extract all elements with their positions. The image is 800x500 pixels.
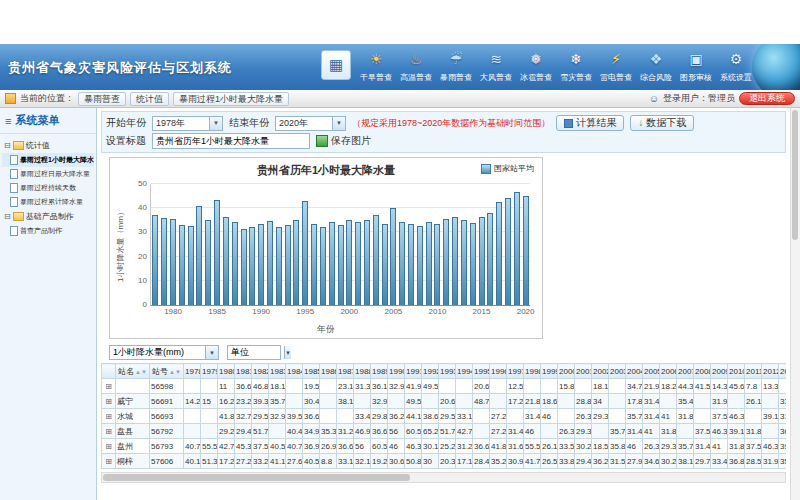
bar-2002[interactable]: [364, 220, 370, 305]
col-year-1996[interactable]: 1996: [490, 364, 507, 379]
col-year-1978[interactable]: 1978: [184, 364, 201, 379]
breadcrumb-item[interactable]: 暴雨普查: [78, 92, 126, 106]
nav-item-drought[interactable]: ☀干旱普查: [358, 47, 394, 83]
col-year-2000[interactable]: 2000: [558, 364, 575, 379]
nav-item-composite-risk[interactable]: ❖综合风险: [638, 47, 674, 83]
bar-2010[interactable]: [434, 224, 440, 305]
measure-select[interactable]: 1小时降水量(mm) ▼: [109, 345, 219, 360]
bar-2008[interactable]: [417, 226, 423, 305]
bar-1992[interactable]: [276, 227, 282, 305]
col-year-2008[interactable]: 2008: [694, 364, 711, 379]
vertical-scrollbar-thumb[interactable]: [792, 110, 798, 240]
col-year-2005[interactable]: 2005: [643, 364, 660, 379]
col-year-1988[interactable]: 1988: [354, 364, 371, 379]
col-year-2004[interactable]: 2004: [626, 364, 643, 379]
bar-1987[interactable]: [232, 222, 238, 305]
row-expander-icon[interactable]: ⊞: [102, 454, 116, 469]
chart-legend[interactable]: 国家站平均: [481, 163, 534, 174]
tree-group[interactable]: ⊟统计值: [2, 138, 94, 153]
col-year-1983[interactable]: 1983: [269, 364, 286, 379]
bar-2013[interactable]: [461, 220, 467, 305]
combo-arrow-icon[interactable]: ▼: [284, 346, 291, 359]
row-expander-icon[interactable]: ⊞: [102, 379, 116, 394]
bar-1978[interactable]: [152, 215, 158, 305]
bar-2009[interactable]: [426, 222, 432, 305]
col-year-1995[interactable]: 1995: [473, 364, 490, 379]
col-year-1982[interactable]: 1982: [252, 364, 269, 379]
bar-1988[interactable]: [241, 229, 247, 305]
bar-1990[interactable]: [258, 224, 264, 305]
combo-arrow-icon[interactable]: ▼: [209, 117, 222, 130]
col-station-name[interactable]: 站名▲▼: [116, 364, 150, 379]
horizontal-scrollbar[interactable]: [101, 472, 786, 483]
col-year-1986[interactable]: 1986: [320, 364, 337, 379]
nav-item-snow[interactable]: ❄雪灾普查: [558, 47, 594, 83]
row-expander-icon[interactable]: ⊞: [102, 439, 116, 454]
bar-1998[interactable]: [329, 222, 335, 305]
bar-1991[interactable]: [267, 221, 273, 305]
tree-item[interactable]: 暴雨过程累计降水量: [2, 195, 94, 209]
col-station-id[interactable]: 站号▲▼: [150, 364, 184, 379]
col-year-2011[interactable]: 2011: [745, 364, 762, 379]
tree-group[interactable]: ⊟基础产品制作: [2, 209, 94, 224]
bar-2014[interactable]: [470, 223, 476, 305]
logout-button[interactable]: 退出系统: [739, 92, 795, 105]
combo-arrow-icon[interactable]: ▼: [205, 346, 218, 359]
col-year-1994[interactable]: 1994: [456, 364, 473, 379]
save-image-button[interactable]: 保存图片: [316, 134, 371, 148]
col-year-1992[interactable]: 1992: [422, 364, 439, 379]
col-year-1985[interactable]: 1985: [303, 364, 320, 379]
nav-item-gale[interactable]: ≋大风普查: [478, 47, 514, 83]
bar-2015[interactable]: [479, 217, 485, 305]
bar-1984[interactable]: [205, 220, 211, 305]
bar-2007[interactable]: [408, 224, 414, 305]
col-year-1999[interactable]: 1999: [541, 364, 558, 379]
row-expander-icon[interactable]: ⊞: [102, 424, 116, 439]
bar-1995[interactable]: [302, 201, 308, 305]
bar-2005[interactable]: [390, 208, 396, 305]
bar-1985[interactable]: [214, 200, 220, 305]
bar-1997[interactable]: [320, 227, 326, 305]
bar-1980[interactable]: [170, 219, 176, 305]
bar-1994[interactable]: [293, 220, 299, 305]
start-year-select[interactable]: 1978年 ▼: [152, 116, 223, 131]
col-year-2002[interactable]: 2002: [592, 364, 609, 379]
col-year-2009[interactable]: 2009: [711, 364, 728, 379]
bar-1989[interactable]: [249, 227, 255, 305]
nav-item-graphic-review[interactable]: ▣图形审核: [678, 47, 714, 83]
bar-2020[interactable]: [523, 196, 529, 305]
bar-2004[interactable]: [382, 224, 388, 305]
col-year-1989[interactable]: 1989: [371, 364, 388, 379]
collapse-icon[interactable]: ⊟: [4, 141, 11, 150]
calc-button[interactable]: 计算结果: [556, 115, 624, 131]
col-year-1979[interactable]: 1979: [201, 364, 218, 379]
bar-2006[interactable]: [399, 222, 405, 305]
unit-select[interactable]: 单位 ▼: [227, 345, 281, 360]
col-year-2003[interactable]: 2003: [609, 364, 626, 379]
bar-1983[interactable]: [196, 206, 202, 305]
tree-item[interactable]: 暴雨过程1小时最大降水量: [2, 153, 94, 167]
col-year-1993[interactable]: 1993: [439, 364, 456, 379]
bar-1996[interactable]: [311, 224, 317, 305]
sort-icon[interactable]: ▲▼: [135, 369, 147, 375]
col-year-1987[interactable]: 1987: [337, 364, 354, 379]
bar-2000[interactable]: [346, 220, 352, 305]
bar-2012[interactable]: [452, 217, 458, 305]
col-year-1981[interactable]: 1981: [235, 364, 252, 379]
bar-2018[interactable]: [505, 198, 511, 305]
vertical-scrollbar[interactable]: [790, 108, 800, 500]
col-year-2012[interactable]: 2012: [762, 364, 779, 379]
col-year-1998[interactable]: 1998: [524, 364, 541, 379]
bar-2019[interactable]: [514, 192, 520, 305]
col-year-2013[interactable]: 2013: [779, 364, 787, 379]
collapse-icon[interactable]: ⊟: [4, 212, 11, 221]
breadcrumb-item[interactable]: 暴雨过程1小时最大降水量: [173, 92, 289, 106]
tree-item[interactable]: 暴雨过程日最大降水量: [2, 167, 94, 181]
col-year-2006[interactable]: 2006: [660, 364, 677, 379]
tree-item[interactable]: 暴雨过程持续天数: [2, 181, 94, 195]
bar-1999[interactable]: [338, 225, 344, 305]
end-year-select[interactable]: 2020年 ▼: [275, 116, 346, 131]
row-expander-icon[interactable]: ⊞: [102, 409, 116, 424]
tree-item[interactable]: 普查产品制作: [2, 224, 94, 238]
nav-item-current[interactable]: ▦: [318, 47, 354, 80]
